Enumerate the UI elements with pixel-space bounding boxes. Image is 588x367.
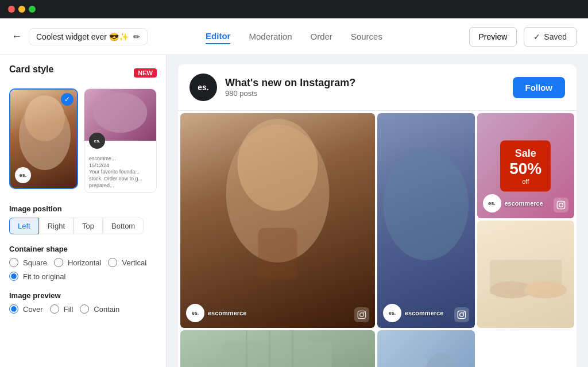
svg-rect-5: [258, 228, 297, 280]
photo-face-insta-icon: [354, 307, 369, 322]
shape-fit-option[interactable]: Fit to original: [9, 272, 157, 281]
preview-fill-label: Fill: [64, 305, 74, 314]
preview-cover-option[interactable]: Cover: [9, 304, 43, 314]
card-preview-alt[interactable]: es. escomme...15/12/24Your favorite foun…: [84, 88, 157, 193]
preview-contain-option[interactable]: Contain: [80, 304, 119, 314]
photo-jeans-logo: es.: [383, 304, 401, 322]
container-shape-section: Container shape Square Horizontal Vertic…: [9, 245, 157, 281]
tab-order[interactable]: Order: [311, 29, 332, 44]
position-bottom-button[interactable]: Bottom: [103, 218, 144, 234]
window-chrome: [0, 0, 588, 18]
sale-text: Sale: [509, 147, 541, 159]
photo-girls[interactable]: [377, 330, 475, 367]
photo-jeans-username: escommerce: [405, 310, 443, 316]
position-button-group: Left Right Top Bottom: [9, 218, 157, 234]
widget-header-left: es. What's new on Instagram? 980 posts: [189, 74, 355, 101]
photo-jeans-avatar: es. escommerce: [383, 304, 443, 322]
card-preview-image-2: es.: [84, 89, 156, 141]
photo-clothes[interactable]: [180, 330, 375, 367]
edit-icon: ✏: [133, 32, 140, 41]
photo-sale[interactable]: Sale 50% off es. escommerce: [477, 113, 575, 218]
project-name: Coolest widget ever 😎✨: [36, 32, 129, 41]
content-area: es. What's new on Instagram? 980 posts F…: [167, 55, 588, 367]
widget-header: es. What's new on Instagram? 980 posts F…: [178, 64, 577, 111]
image-preview-section: Image preview Cover Fill Contain: [9, 291, 157, 314]
shape-square-option[interactable]: Square: [9, 258, 47, 267]
svg-point-24: [424, 353, 458, 367]
photo-face-main[interactable]: es. escommerce: [180, 113, 375, 328]
shape-vertical-label: Vertical: [122, 258, 146, 267]
shape-vertical-option[interactable]: Vertical: [108, 258, 146, 267]
shape-vertical-radio[interactable]: [108, 258, 117, 267]
card-preview-avatar-1: es.: [15, 167, 31, 183]
project-name-box[interactable]: Coolest widget ever 😎✨ ✏: [29, 28, 148, 45]
photo-face-username: escommerce: [208, 310, 246, 316]
topbar-nav: Editor Moderation Order Sources: [206, 29, 382, 44]
position-top-button[interactable]: Top: [74, 218, 103, 234]
photo-sale-logo: es.: [483, 194, 501, 213]
minimize-dot: [18, 6, 25, 13]
preview-fill-option[interactable]: Fill: [50, 304, 74, 314]
close-dot: [8, 6, 15, 13]
tab-editor[interactable]: Editor: [206, 29, 230, 44]
shape-horizontal-radio[interactable]: [54, 258, 63, 267]
photo-grid-wrapper: es. escommerce: [178, 111, 577, 367]
tab-sources[interactable]: Sources: [351, 29, 382, 44]
preview-radio-group: Cover Fill Contain: [9, 304, 157, 314]
tab-moderation[interactable]: Moderation: [249, 29, 292, 44]
maximize-dot: [29, 6, 36, 13]
shape-square-radio[interactable]: [9, 258, 18, 267]
svg-point-11: [563, 202, 564, 203]
svg-rect-9: [557, 201, 564, 208]
svg-rect-19: [224, 342, 332, 367]
back-button[interactable]: ←: [11, 30, 22, 43]
card-style-header: Card style NEW: [9, 64, 157, 82]
shape-fit-label: Fit to original: [23, 272, 65, 281]
container-shape-label: Container shape: [9, 245, 157, 253]
widget-info: What's new on Instagram? 980 posts: [225, 77, 355, 98]
widget-posts-count: 980 posts: [225, 89, 355, 98]
photo-jeans[interactable]: es. escommerce: [377, 113, 475, 328]
shape-horizontal-option[interactable]: Horizontal: [54, 258, 102, 267]
svg-point-4: [238, 119, 318, 211]
svg-point-15: [463, 312, 464, 313]
card-preview-selected[interactable]: ✓ es.: [9, 88, 78, 189]
image-position-section: Image position Left Right Top Bottom: [9, 204, 157, 234]
photo-grid: es. escommerce: [178, 111, 577, 367]
card-previews: ✓ es. es. escomme...15/12/24Your favorit…: [9, 88, 157, 193]
photo-shoes[interactable]: [477, 221, 575, 328]
saved-check-icon: ✓: [533, 32, 540, 41]
card-style-title: Card style: [9, 64, 53, 75]
shape-fit-radio[interactable]: [9, 272, 18, 281]
svg-point-18: [524, 281, 566, 299]
preview-cover-label: Cover: [23, 305, 43, 314]
card-preview-logo-2: es.: [89, 133, 105, 149]
svg-rect-6: [358, 311, 365, 318]
saved-label: Saved: [544, 32, 567, 41]
shape-fit-group: Fit to original: [9, 272, 157, 281]
widget-logo: es.: [189, 74, 217, 101]
preview-contain-radio[interactable]: [80, 304, 89, 314]
selected-check-icon: ✓: [61, 93, 74, 106]
topbar-right: Preview ✓ Saved: [469, 27, 577, 47]
svg-point-12: [383, 149, 469, 260]
preview-button[interactable]: Preview: [469, 27, 517, 47]
card-preview-text-2: escomme...15/12/24Your favorite founda..…: [89, 156, 152, 189]
saved-button[interactable]: ✓ Saved: [524, 27, 577, 47]
preview-contain-label: Contain: [94, 305, 119, 314]
photo-face-avatar: es. escommerce: [186, 304, 246, 322]
position-left-button[interactable]: Left: [9, 218, 39, 234]
preview-fill-radio[interactable]: [50, 304, 59, 314]
photo-sale-username: escommerce: [505, 200, 543, 207]
image-preview-label: Image preview: [9, 291, 157, 300]
shape-horizontal-label: Horizontal: [68, 258, 102, 267]
svg-point-7: [360, 313, 364, 317]
image-position-label: Image position: [9, 204, 157, 213]
position-right-button[interactable]: Right: [39, 218, 74, 234]
preview-cover-radio[interactable]: [9, 304, 18, 314]
svg-point-14: [459, 313, 463, 317]
photo-jeans-insta-icon: [454, 307, 469, 322]
widget-title: What's new on Instagram?: [225, 77, 355, 89]
svg-point-1: [25, 95, 65, 141]
follow-button[interactable]: Follow: [513, 77, 566, 98]
